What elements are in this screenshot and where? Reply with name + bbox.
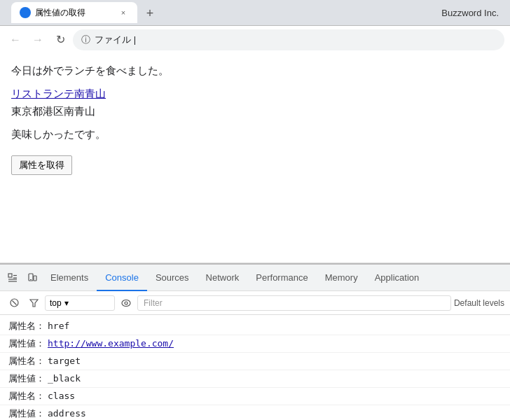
tab-network[interactable]: Network (198, 265, 248, 291)
svg-point-13 (125, 302, 127, 304)
address-text: ファイル | (95, 34, 496, 46)
address-input[interactable]: ⓘ ファイル | (73, 29, 504, 50)
svg-rect-1 (8, 274, 12, 277)
tab-memory[interactable]: Memory (317, 265, 366, 291)
console-row: 属性値：_black (0, 370, 510, 388)
secure-icon: ⓘ (81, 34, 90, 46)
console-row: 属性値：http://www.example.com/ (0, 335, 510, 353)
console-row: 属性値：address (0, 405, 510, 420)
filter-icon[interactable] (25, 295, 42, 312)
console-row: 属性名：href (0, 318, 510, 335)
tab-sources[interactable]: Sources (147, 265, 198, 291)
svg-line-10 (12, 301, 16, 305)
page-link[interactable]: リストランテ南青山 (11, 88, 499, 101)
filter-placeholder: Filter (144, 298, 163, 308)
back-button[interactable]: ← (6, 30, 25, 50)
console-row-label: 属性値： (8, 337, 45, 350)
active-tab[interactable]: 属性値の取得 × (11, 2, 137, 23)
page-text-1: 今日は外でランチを食べました。 (11, 64, 499, 78)
console-row-value: target (48, 356, 81, 366)
tab-application[interactable]: Application (366, 265, 428, 291)
tab-console[interactable]: Console (97, 265, 147, 291)
tab-bar: 属性値の取得 × + (6, 2, 165, 23)
console-row-label: 属性値： (8, 372, 45, 385)
console-row-value: class (48, 391, 75, 401)
get-attribute-button[interactable]: 属性を取得 (11, 155, 72, 175)
console-row-value[interactable]: http://www.example.com/ (48, 338, 174, 349)
svg-point-0 (22, 9, 29, 16)
filter-input[interactable]: Filter (137, 295, 451, 311)
devtools-tab-bar: Elements Console Sources Network Perform… (0, 265, 510, 291)
clear-console-button[interactable] (6, 295, 22, 312)
console-row-label: 属性名： (8, 355, 45, 368)
devtools-panel: Elements Console Sources Network Perform… (0, 263, 510, 420)
console-row-value: _black (48, 373, 81, 384)
tab-elements[interactable]: Elements (42, 265, 97, 291)
page-text-2: 美味しかったです。 (11, 128, 499, 141)
title-bar: 属性値の取得 × + Buzzword Inc. (0, 0, 510, 25)
forward-button[interactable]: → (28, 30, 48, 50)
devtools-inspect-icon[interactable] (3, 268, 22, 288)
address-bar: ← → ↻ ⓘ ファイル | (0, 25, 510, 53)
context-selector[interactable]: top ▾ (45, 295, 115, 311)
chevron-down-icon: ▾ (64, 298, 69, 308)
svg-rect-7 (34, 276, 36, 281)
console-row-value: href (48, 321, 69, 331)
tab-close-button[interactable]: × (118, 7, 129, 18)
tab-performance[interactable]: Performance (247, 265, 316, 291)
console-row-label: 属性名： (8, 320, 45, 332)
reload-button[interactable]: ↻ (50, 30, 70, 50)
console-output: 属性名：href属性値：http://www.example.com/属性名：t… (0, 315, 510, 420)
tab-title: 属性値の取得 (35, 7, 113, 19)
page-address: 東京都港区南青山 (11, 105, 499, 118)
console-row: 属性名：class (0, 388, 510, 405)
svg-marker-11 (30, 300, 38, 307)
console-row-value: address (48, 408, 86, 419)
devtools-device-icon[interactable] (22, 268, 42, 288)
live-expression-button[interactable] (118, 295, 135, 312)
browser-chrome: 属性値の取得 × + Buzzword Inc. ← → ↻ ⓘ ファイル | (0, 0, 510, 53)
tab-favicon (20, 7, 31, 18)
console-row-label: 属性名： (8, 390, 45, 402)
console-row: 属性名：target (0, 353, 510, 370)
default-levels-dropdown[interactable]: Default levels (454, 298, 504, 308)
console-row-label: 属性値： (8, 407, 45, 420)
top-right-text: Buzzword Inc. (441, 8, 504, 18)
svg-point-12 (122, 300, 130, 306)
devtools-toolbar: top ▾ Filter Default levels (0, 291, 510, 315)
page-content: 今日は外でランチを食べました。 リストランテ南青山 東京都港区南青山 美味しかっ… (0, 53, 510, 263)
new-tab-button[interactable]: + (140, 4, 160, 23)
